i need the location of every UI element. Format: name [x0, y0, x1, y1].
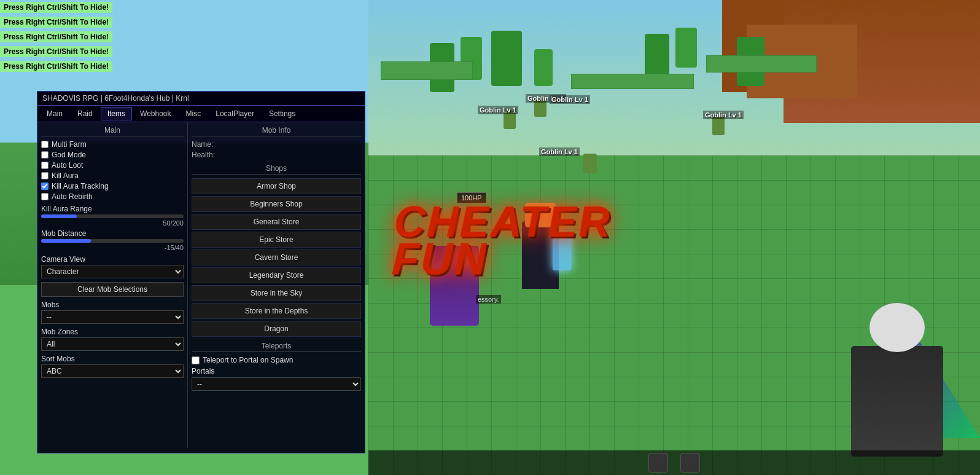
bottom-icon-2[interactable]: [680, 453, 700, 473]
sort-mobs-section: Sort Mobs ABC: [41, 355, 184, 378]
shop-cavern[interactable]: Cavern Store: [192, 249, 361, 265]
left-column: Main Multi Farm God Mode Auto Loot Kill …: [37, 122, 188, 448]
mob-distance-value: -15/40: [165, 244, 184, 251]
mob-distance-section: Mob Distance -15/40: [41, 229, 184, 243]
shop-beginners[interactable]: Beginners Shop: [192, 196, 361, 212]
multi-farm-checkbox[interactable]: [41, 141, 49, 148]
mob-distance-track: [41, 239, 184, 243]
mob-health-row: Health:: [192, 151, 361, 159]
shop-dragon[interactable]: Dragon: [192, 321, 361, 337]
tabs-bar: Main Raid Items Webhook Misc LocalPlayer…: [37, 106, 365, 122]
mob-info-section: Mob Info Name: Health:: [192, 126, 361, 159]
tree-6: [675, 28, 697, 68]
multi-farm-label: Multi Farm: [52, 140, 87, 149]
kill-aura-checkbox[interactable]: [41, 172, 49, 179]
goblin-label-3: Goblin Lv 1: [550, 95, 590, 104]
mobs-section: Mobs --: [41, 300, 184, 324]
checkbox-kill-aura: Kill Aura: [41, 171, 184, 180]
kill-aura-range-track: [41, 214, 184, 218]
hide-notice-4: Press Right Ctrl/Shift To Hide!: [0, 46, 112, 57]
mob-zones-label: Mob Zones: [41, 328, 184, 336]
goblin-label-1: Goblin Lv 1: [478, 106, 518, 114]
kill-aura-label: Kill Aura: [52, 171, 79, 180]
shop-depths[interactable]: Store in the Depths: [192, 303, 361, 319]
checkbox-kill-aura-tracking: Kill Aura Tracking: [41, 182, 184, 190]
kill-aura-range-fill: [41, 214, 77, 218]
cheater-fun-text: CHEATER FUN: [391, 203, 614, 278]
tree-5: [645, 34, 669, 80]
mob-health-label: Health:: [192, 151, 215, 159]
tab-settings[interactable]: Settings: [262, 107, 302, 120]
mob-zones-section: Mob Zones All: [41, 328, 184, 351]
goblin-label-5: Goblin Lv 1: [539, 147, 580, 156]
platform-1: [381, 61, 473, 80]
right-character-head: [869, 303, 925, 352]
god-mode-label: God Mode: [52, 151, 86, 159]
goblin-label-4: Goblin Lv 1: [703, 111, 744, 119]
kill-aura-tracking-checkbox[interactable]: [41, 183, 49, 190]
camera-view-label: Camera View: [41, 255, 184, 264]
auto-rebirth-label: Auto Rebirth: [52, 192, 93, 201]
kill-aura-range-value: 50/200: [163, 219, 184, 227]
goblin-sprite-4: [712, 117, 725, 135]
mob-distance-fill: [41, 239, 91, 243]
kill-aura-range-section: Kill Aura Range 50/200: [41, 205, 184, 218]
camera-view-section: Camera View Character First Person Third…: [41, 255, 184, 278]
tab-localplayer[interactable]: LocalPlayer: [209, 107, 261, 120]
teleport-portal-label: Teleport to Portal on Spawn: [203, 356, 293, 364]
sort-mobs-select[interactable]: ABC: [41, 364, 184, 378]
auto-loot-checkbox[interactable]: [41, 162, 49, 169]
teleports-header: Teleports: [192, 342, 361, 352]
mob-distance-label: Mob Distance: [41, 229, 184, 238]
teleport-portal-row: Teleport to Portal on Spawn: [192, 356, 361, 364]
left-section-header: Main: [41, 126, 184, 136]
panel-title: SHADOVIS RPG | 6Foot4Honda's Hub | Krnl: [37, 92, 365, 106]
god-mode-checkbox[interactable]: [41, 151, 49, 159]
shop-epic[interactable]: Epic Store: [192, 232, 361, 248]
shop-sky[interactable]: Store in the Sky: [192, 285, 361, 301]
panel-content: Main Multi Farm God Mode Auto Loot Kill …: [37, 122, 365, 448]
cheater-line2: FUN: [391, 240, 614, 278]
kill-aura-range-label: Kill Aura Range: [41, 205, 184, 213]
shops-section: Shops Armor Shop Beginners Shop General …: [192, 164, 361, 337]
kill-aura-tracking-label: Kill Aura Tracking: [52, 182, 109, 190]
portals-select[interactable]: --: [192, 377, 361, 391]
checkbox-auto-loot: Auto Loot: [41, 161, 184, 170]
hide-notice-2: Press Right Ctrl/Shift To Hide!: [0, 17, 112, 28]
gui-panel: SHADOVIS RPG | 6Foot4Honda's Hub | Krnl …: [37, 91, 365, 453]
mob-name-label: Name:: [192, 140, 213, 149]
tab-misc[interactable]: Misc: [179, 107, 208, 120]
mob-name-row: Name:: [192, 140, 361, 149]
sort-mobs-label: Sort Mobs: [41, 355, 184, 363]
hide-notice-5: Press Right Ctrl/Shift To Hide!: [0, 61, 112, 72]
right-character-body: [851, 346, 943, 457]
tab-raid[interactable]: Raid: [71, 107, 99, 120]
auto-rebirth-checkbox[interactable]: [41, 193, 49, 200]
right-column: Mob Info Name: Health: Shops Armor Shop …: [188, 122, 365, 448]
portals-label: Portals: [192, 367, 361, 375]
mobs-select[interactable]: --: [41, 310, 184, 324]
bottom-bar: [368, 450, 980, 475]
teleport-portal-checkbox[interactable]: [192, 356, 200, 364]
teleports-section: Teleports Teleport to Portal on Spawn Po…: [192, 342, 361, 391]
mobs-label: Mobs: [41, 300, 184, 309]
shop-armor[interactable]: Armor Shop: [192, 178, 361, 194]
hide-notice-1: Press Right Ctrl/Shift To Hide!: [0, 2, 112, 13]
tab-webhook[interactable]: Webhook: [133, 107, 177, 120]
checkbox-auto-rebirth: Auto Rebirth: [41, 192, 184, 201]
hide-notice-3: Press Right Ctrl/Shift To Hide!: [0, 31, 112, 42]
camera-view-select[interactable]: Character First Person Third Person: [41, 265, 184, 278]
tab-items[interactable]: Items: [101, 107, 132, 120]
accessory-text: essory.: [476, 295, 501, 304]
clear-mob-btn[interactable]: Clear Mob Selections: [41, 282, 184, 297]
auto-loot-label: Auto Loot: [52, 161, 83, 170]
mob-zones-select[interactable]: All: [41, 337, 184, 351]
tab-main[interactable]: Main: [40, 107, 69, 120]
bottom-icon-1[interactable]: [648, 453, 668, 473]
shop-general[interactable]: General Store: [192, 214, 361, 230]
tree-3: [491, 31, 522, 86]
platform-3: [706, 55, 817, 73]
tree-4: [534, 49, 553, 86]
mob-info-header: Mob Info: [192, 126, 361, 136]
shop-legendary[interactable]: Legendary Store: [192, 267, 361, 283]
